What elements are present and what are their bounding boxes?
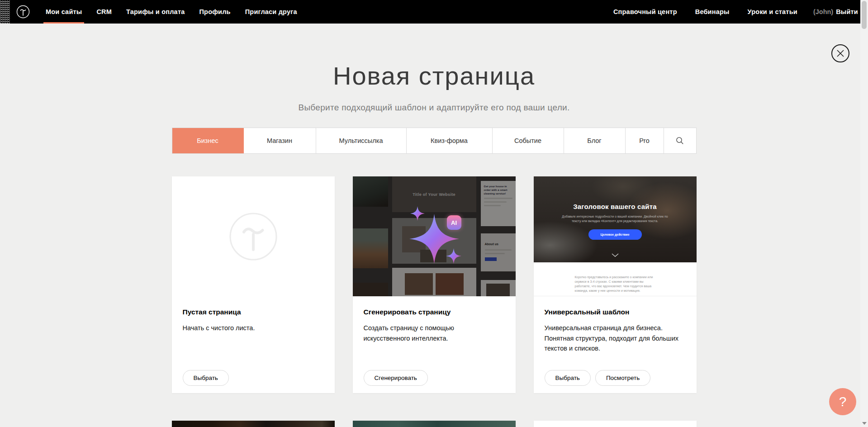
- preview-hero-section: Заголовок вашего сайта Добавьте интересн…: [534, 176, 697, 262]
- page-subtitle: Выберите подходящий шаблон и адаптируйте…: [0, 103, 868, 113]
- scrollbar-thumb[interactable]: [862, 1, 867, 29]
- primary-nav: Мои сайты CRM Тарифы и оплата Профиль Пр…: [43, 0, 299, 24]
- user-session: (John) Выйти: [813, 0, 858, 24]
- ai-badge: AI: [447, 215, 461, 230]
- partial-template-card: [534, 421, 697, 427]
- partial-template-preview: [353, 421, 516, 427]
- partial-template-card: [172, 421, 335, 427]
- preview-text-section: Коротко представьтесь и расскажите о ком…: [534, 262, 697, 296]
- nav-crm[interactable]: CRM: [94, 0, 114, 24]
- card-footer: Выбрать Посмотреть: [545, 370, 686, 386]
- nav-webinars[interactable]: Вебинары: [693, 0, 732, 24]
- chevron-down-icon: [612, 253, 619, 257]
- card-title: Универсальный шаблон: [545, 308, 686, 316]
- preview-hero-title: Заголовок вашего сайта: [573, 203, 657, 210]
- template-card-universal: Заголовок вашего сайта Добавьте интересн…: [534, 176, 697, 393]
- choose-button[interactable]: Выбрать: [545, 370, 591, 386]
- help-button[interactable]: ?: [829, 388, 856, 415]
- ai-sparkles-icon: [400, 204, 468, 271]
- nav-my-sites[interactable]: Мои сайты: [43, 0, 84, 24]
- view-button[interactable]: Посмотреть: [595, 370, 650, 386]
- close-icon: [836, 49, 844, 57]
- choose-button[interactable]: Выбрать: [183, 370, 229, 386]
- tab-blog[interactable]: Блог: [564, 128, 626, 153]
- top-nav: Мои сайты CRM Тарифы и оплата Профиль Пр…: [0, 0, 868, 24]
- template-card-ai-generate: Title of Your Website Get your house in …: [353, 176, 516, 393]
- card-description: Универсальная страница для бизнеса. Поня…: [545, 323, 683, 353]
- wave-pattern-decoration: [0, 0, 10, 24]
- scrollbar[interactable]: [860, 0, 868, 427]
- user-name: (John): [813, 0, 833, 24]
- universal-template-preview: Заголовок вашего сайта Добавьте интересн…: [534, 176, 697, 296]
- tab-pro[interactable]: Pro: [626, 128, 664, 153]
- partial-template-preview: [534, 421, 697, 427]
- card-body: Пустая страница Начать с чистого листа. …: [172, 296, 335, 393]
- new-page-dialog: Новая страница Выберите подходящий шабло…: [0, 62, 868, 427]
- nav-pricing[interactable]: Тарифы и оплата: [124, 0, 187, 24]
- nav-invite-friend[interactable]: Пригласи друга: [243, 0, 299, 24]
- nav-lessons-articles[interactable]: Уроки и статьи: [745, 0, 800, 24]
- card-body: Сгенерировать страницу Создать страницу …: [353, 296, 516, 393]
- template-category-tabs: Бизнес Магазин Мультиссылка Квиз-форма С…: [172, 128, 697, 154]
- page-title: Новая страница: [0, 62, 868, 90]
- card-description: Начать с чистого листа.: [183, 323, 324, 333]
- tab-shop[interactable]: Магазин: [244, 128, 316, 153]
- partial-template-card: [353, 421, 516, 427]
- nav-profile[interactable]: Профиль: [197, 0, 232, 24]
- tab-business[interactable]: Бизнес: [172, 128, 244, 153]
- card-title: Сгенерировать страницу: [364, 308, 505, 316]
- preview-hero-subtitle: Добавьте интересные подробности о вашей …: [559, 214, 672, 223]
- card-description: Создать страницу с помощью искусственног…: [364, 323, 470, 343]
- template-card-blank: Пустая страница Начать с чистого листа. …: [172, 176, 335, 393]
- close-button[interactable]: [831, 44, 849, 62]
- partial-template-preview: [172, 421, 335, 427]
- tab-quiz-form[interactable]: Квиз-форма: [407, 128, 493, 153]
- search-icon: [675, 136, 684, 145]
- tab-search[interactable]: [664, 128, 696, 153]
- template-grid: Пустая страница Начать с чистого листа. …: [172, 176, 697, 427]
- preview-body-text: Коротко представьтесь и расскажите о ком…: [575, 275, 655, 293]
- generate-button[interactable]: Сгенерировать: [364, 370, 428, 386]
- ai-template-preview: Title of Your Website Get your house in …: [353, 176, 516, 296]
- nav-help-center[interactable]: Справочный центр: [611, 0, 679, 24]
- tilda-watermark-icon: [228, 212, 278, 261]
- secondary-nav: Справочный центр Вебинары Уроки и статьи…: [611, 0, 858, 24]
- card-title: Пустая страница: [183, 308, 324, 316]
- card-footer: Выбрать: [183, 370, 324, 386]
- scrollbar-down-arrow[interactable]: [862, 422, 867, 425]
- card-body: Универсальный шаблон Универсальная стран…: [534, 296, 697, 393]
- card-footer: Сгенерировать: [364, 370, 505, 386]
- tab-multilink[interactable]: Мультиссылка: [316, 128, 407, 153]
- tilda-logo-icon[interactable]: [16, 5, 30, 19]
- tab-event[interactable]: Событие: [493, 128, 564, 153]
- preview-cta-button: Целевое действие: [588, 229, 642, 240]
- logout-link[interactable]: Выйти: [836, 0, 858, 24]
- blank-template-preview: [172, 176, 335, 296]
